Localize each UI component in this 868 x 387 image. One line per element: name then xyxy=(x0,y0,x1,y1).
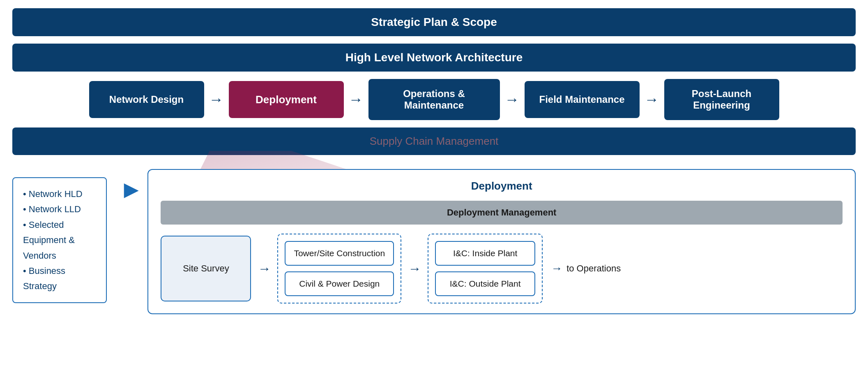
phase-row: Network Design → Deployment → Operations… xyxy=(12,79,856,120)
deployment-detail-box: Deployment Deployment Management Site Su… xyxy=(147,169,856,314)
site-survey-box: Site Survey xyxy=(161,236,251,301)
arrow-3: → xyxy=(505,91,520,108)
to-ops-arrow-icon: → xyxy=(551,262,562,275)
right-arrow-icon: ► xyxy=(119,177,143,202)
input-item-2: Network LLD xyxy=(23,202,96,217)
to-ops-label: to Operations xyxy=(566,263,621,274)
strategic-banner: Strategic Plan & Scope xyxy=(12,8,856,36)
civil-power-box: Civil & Power Design xyxy=(285,271,394,296)
bottom-section: Network HLD Network LLD SelectedEquipmen… xyxy=(12,165,856,314)
phase-field-maintenance[interactable]: Field Maintenance xyxy=(525,81,640,118)
inputs-list: Network HLD Network LLD SelectedEquipmen… xyxy=(23,186,96,294)
phase-deployment[interactable]: Deployment xyxy=(229,81,344,118)
input-item-1: Network HLD xyxy=(23,186,96,202)
dashed-group-ic: I&C: Inside Plant I&C: Outside Plant xyxy=(428,234,543,304)
supply-banner: Supply Chain Management xyxy=(12,127,856,155)
phase-operations[interactable]: Operations &Maintenance xyxy=(368,79,500,120)
to-operations: → to Operations xyxy=(551,262,621,275)
dashed-group-construction: Tower/Site Construction Civil & Power De… xyxy=(277,234,401,304)
network-banner: High Level Network Architecture xyxy=(12,44,856,72)
ic-inside-plant-box: I&C: Inside Plant xyxy=(435,241,535,266)
left-panel: Network HLD Network LLD SelectedEquipmen… xyxy=(12,165,147,303)
mgmt-bar: Deployment Management xyxy=(161,201,843,225)
sub-arrow-2: → xyxy=(408,261,421,276)
phase-network-design[interactable]: Network Design xyxy=(89,81,204,118)
deployment-title: Deployment xyxy=(161,180,843,192)
inputs-arrow: ► xyxy=(119,177,143,202)
inputs-box: Network HLD Network LLD SelectedEquipmen… xyxy=(12,177,107,303)
input-item-4: Business Strategy xyxy=(23,263,96,294)
input-item-3: SelectedEquipment &Vendors xyxy=(23,217,96,263)
sub-process-row: Site Survey → Tower/Site Construction Ci… xyxy=(161,234,843,304)
arrow-4: → xyxy=(645,91,659,108)
ic-outside-plant-box: I&C: Outside Plant xyxy=(435,271,535,296)
arrow-1: → xyxy=(209,91,224,108)
tower-construction-box: Tower/Site Construction xyxy=(285,241,394,266)
arrow-2: → xyxy=(349,91,364,108)
sub-arrow-1: → xyxy=(258,261,271,276)
phase-post-launch[interactable]: Post-LaunchEngineering xyxy=(664,79,779,120)
